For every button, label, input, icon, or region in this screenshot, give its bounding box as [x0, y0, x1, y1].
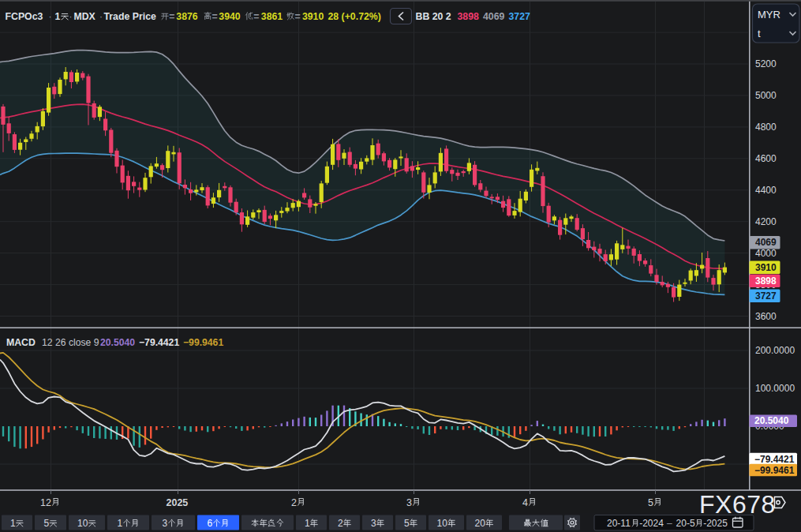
svg-text:·: · [69, 11, 73, 22]
svg-text:10: 10 [77, 518, 88, 529]
svg-text:−99.9461: −99.9461 [183, 337, 223, 348]
svg-text:BB 20 2: BB 20 2 [416, 11, 451, 22]
svg-text:4069: 4069 [755, 237, 777, 248]
svg-text:5: 5 [43, 518, 49, 529]
svg-text:10: 10 [437, 518, 448, 529]
svg-text:3861: 3861 [261, 11, 283, 22]
svg-text:1: 1 [118, 518, 123, 529]
svg-text:·: · [99, 11, 103, 22]
svg-text:MDX: MDX [74, 11, 96, 22]
svg-text:3898: 3898 [458, 11, 480, 22]
svg-text:4600: 4600 [755, 153, 777, 164]
svg-text:3940: 3940 [219, 11, 241, 22]
svg-text:4400: 4400 [755, 185, 777, 196]
svg-text:5000: 5000 [755, 90, 777, 101]
svg-text:20: 20 [475, 518, 486, 529]
svg-text:5: 5 [648, 497, 653, 508]
svg-text:FCPOc3: FCPOc3 [6, 11, 43, 22]
svg-text:−79.4421: −79.4421 [139, 337, 179, 348]
svg-text:100.0000: 100.0000 [755, 383, 795, 394]
svg-text:=: = [212, 11, 218, 22]
svg-text:4000: 4000 [755, 248, 777, 259]
svg-text:-2024: -2024 [639, 518, 664, 529]
svg-text:4800: 4800 [755, 122, 777, 133]
svg-text:3: 3 [371, 518, 376, 529]
svg-text:MYR: MYR [758, 9, 780, 21]
svg-text:=: = [169, 11, 174, 22]
svg-text:5: 5 [404, 518, 410, 529]
svg-text:20-5: 20-5 [676, 518, 695, 529]
svg-text:Trade Price: Trade Price [104, 11, 156, 22]
svg-text:3910: 3910 [755, 262, 777, 273]
svg-text:3898: 3898 [755, 275, 777, 287]
svg-text:2025: 2025 [167, 497, 189, 508]
svg-text:3600: 3600 [755, 311, 777, 322]
svg-text:2: 2 [338, 518, 343, 529]
svg-text:4200: 4200 [755, 216, 777, 227]
svg-text:6: 6 [208, 518, 213, 529]
svg-text:MACD: MACD [6, 337, 36, 348]
svg-text:3727: 3727 [509, 11, 531, 22]
svg-text:1: 1 [55, 11, 61, 22]
svg-text:3727: 3727 [755, 290, 777, 302]
svg-text:3910: 3910 [302, 11, 324, 22]
svg-text:=: = [253, 11, 259, 22]
svg-text:3876: 3876 [176, 11, 198, 22]
svg-text:t: t [758, 28, 761, 39]
svg-text:200.0000: 200.0000 [755, 345, 795, 356]
svg-text:20.5040: 20.5040 [100, 337, 135, 348]
svg-text:−99.9461: −99.9461 [754, 465, 795, 476]
svg-text:=: = [294, 11, 300, 22]
svg-text:1: 1 [10, 518, 16, 529]
svg-text:2: 2 [291, 497, 297, 508]
svg-text:4069: 4069 [483, 11, 505, 22]
svg-text:20.5040: 20.5040 [754, 415, 789, 426]
svg-text:3: 3 [163, 518, 168, 529]
svg-text:-2025: -2025 [703, 518, 728, 529]
svg-text:−79.4421: −79.4421 [754, 454, 795, 465]
svg-text:12 26 close 9: 12 26 close 9 [42, 337, 99, 348]
svg-text:3: 3 [406, 497, 412, 508]
svg-text:20-11: 20-11 [607, 518, 631, 529]
svg-text:5200: 5200 [755, 58, 777, 69]
svg-text:1: 1 [305, 518, 310, 529]
svg-text:–: – [667, 518, 672, 529]
svg-text:·: · [49, 11, 52, 22]
svg-text:FX678: FX678 [699, 490, 776, 519]
svg-text:4: 4 [522, 497, 528, 508]
svg-text:28 (+0.72%): 28 (+0.72%) [328, 11, 381, 22]
svg-text:12: 12 [40, 497, 51, 508]
